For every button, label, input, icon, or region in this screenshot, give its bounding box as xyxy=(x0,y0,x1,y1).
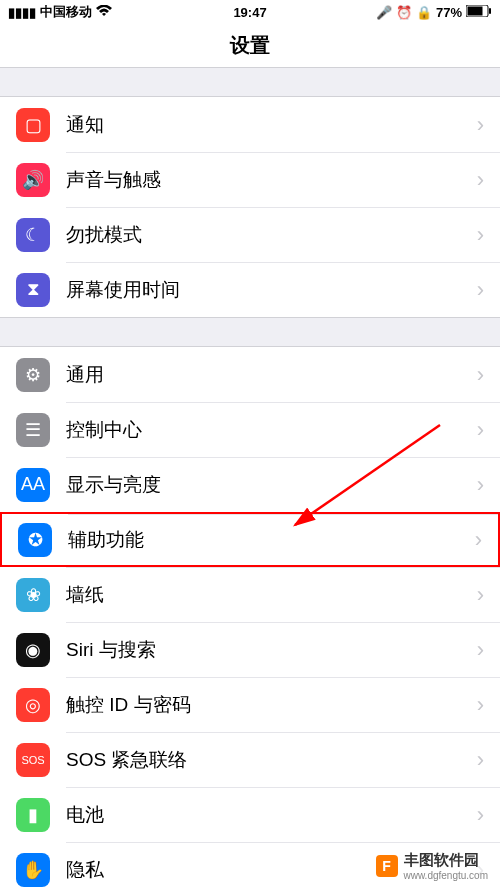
settings-row-label: 电池 xyxy=(66,802,477,828)
settings-row-dnd[interactable]: ☾勿扰模式› xyxy=(0,207,500,262)
chevron-right-icon: › xyxy=(475,527,482,553)
clock: 19:47 xyxy=(233,5,266,20)
chevron-right-icon: › xyxy=(477,112,484,138)
text-size-icon: AA xyxy=(16,468,50,502)
settings-row-touchid[interactable]: ◎触控 ID 与密码› xyxy=(0,677,500,732)
switches-icon: ☰ xyxy=(16,413,50,447)
settings-row-label: 显示与亮度 xyxy=(66,472,477,498)
settings-row-label: 勿扰模式 xyxy=(66,222,477,248)
settings-group-1: ▢通知›🔊声音与触感›☾勿扰模式›⧗屏幕使用时间› xyxy=(0,96,500,318)
chevron-right-icon: › xyxy=(477,637,484,663)
gear-icon: ⚙ xyxy=(16,358,50,392)
settings-row-label: SOS 紧急联络 xyxy=(66,747,477,773)
chevron-right-icon: › xyxy=(477,277,484,303)
siri-icon: ◉ xyxy=(16,633,50,667)
watermark-url: www.dgfengtu.com xyxy=(404,870,489,881)
flower-icon: ❀ xyxy=(16,578,50,612)
settings-row-label: Siri 与搜索 xyxy=(66,637,477,663)
chevron-right-icon: › xyxy=(477,582,484,608)
settings-row-label: 声音与触感 xyxy=(66,167,477,193)
watermark-logo: F xyxy=(376,855,398,877)
settings-group-2: ⚙通用›☰控制中心›AA显示与亮度›✪辅助功能›❀墙纸›◉Siri 与搜索›◎触… xyxy=(0,346,500,889)
wifi-icon xyxy=(96,5,112,20)
accessibility-icon: ✪ xyxy=(18,523,52,557)
fingerprint-icon: ◎ xyxy=(16,688,50,722)
settings-row-label: 控制中心 xyxy=(66,417,477,443)
settings-row-sos[interactable]: SOSSOS 紧急联络› xyxy=(0,732,500,787)
sos-icon: SOS xyxy=(16,743,50,777)
settings-row-label: 通知 xyxy=(66,112,477,138)
settings-row-accessibility[interactable]: ✪辅助功能› xyxy=(0,512,500,567)
settings-row-label: 辅助功能 xyxy=(68,527,475,553)
chevron-right-icon: › xyxy=(477,222,484,248)
alarm-icon: ⏰ xyxy=(396,5,412,20)
settings-row-battery[interactable]: ▮电池› xyxy=(0,787,500,842)
settings-row-general[interactable]: ⚙通用› xyxy=(0,347,500,402)
settings-row-label: 通用 xyxy=(66,362,477,388)
status-bar: ▮▮▮▮ 中国移动 19:47 🎤 ⏰ 🔒 77% xyxy=(0,0,500,24)
chevron-right-icon: › xyxy=(477,472,484,498)
notifications-icon: ▢ xyxy=(16,108,50,142)
battery-percent: 77% xyxy=(436,5,462,20)
settings-row-label: 墙纸 xyxy=(66,582,477,608)
settings-row-siri[interactable]: ◉Siri 与搜索› xyxy=(0,622,500,677)
chevron-right-icon: › xyxy=(477,167,484,193)
settings-row-label: 触控 ID 与密码 xyxy=(66,692,477,718)
settings-row-control[interactable]: ☰控制中心› xyxy=(0,402,500,457)
signal-icon: ▮▮▮▮ xyxy=(8,5,36,20)
chevron-right-icon: › xyxy=(477,747,484,773)
settings-row-sounds[interactable]: 🔊声音与触感› xyxy=(0,152,500,207)
chevron-right-icon: › xyxy=(477,802,484,828)
hourglass-icon: ⧗ xyxy=(16,273,50,307)
moon-icon: ☾ xyxy=(16,218,50,252)
settings-row-label: 屏幕使用时间 xyxy=(66,277,477,303)
watermark-brand: 丰图软件园 xyxy=(404,851,489,870)
chevron-right-icon: › xyxy=(477,417,484,443)
lock-icon: 🔒 xyxy=(416,5,432,20)
settings-row-display[interactable]: AA显示与亮度› xyxy=(0,457,500,512)
carrier-label: 中国移动 xyxy=(40,3,92,21)
battery-icon: ▮ xyxy=(16,798,50,832)
watermark: F 丰图软件园 www.dgfengtu.com xyxy=(372,849,493,883)
svg-rect-1 xyxy=(468,6,483,15)
svg-rect-2 xyxy=(489,8,491,14)
mic-icon: 🎤 xyxy=(376,5,392,20)
chevron-right-icon: › xyxy=(477,692,484,718)
settings-row-notifications[interactable]: ▢通知› xyxy=(0,97,500,152)
settings-row-screentime[interactable]: ⧗屏幕使用时间› xyxy=(0,262,500,317)
hand-icon: ✋ xyxy=(16,853,50,887)
settings-row-wallpaper[interactable]: ❀墙纸› xyxy=(0,567,500,622)
sound-icon: 🔊 xyxy=(16,163,50,197)
battery-icon xyxy=(466,5,492,20)
chevron-right-icon: › xyxy=(477,362,484,388)
page-title: 设置 xyxy=(0,24,500,68)
